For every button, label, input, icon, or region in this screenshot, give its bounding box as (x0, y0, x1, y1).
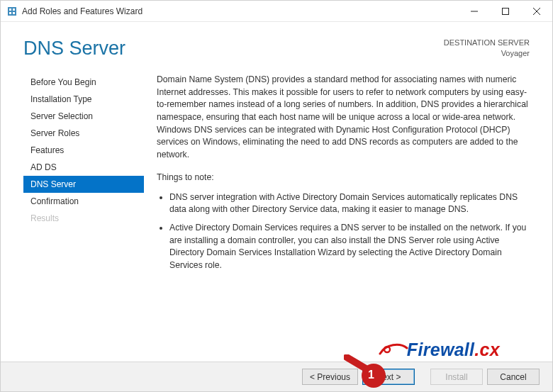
svg-rect-1 (9, 9, 11, 11)
svg-rect-0 (8, 7, 16, 16)
titlebar: Add Roles and Features Wizard (1, 1, 552, 22)
step-server-roles[interactable]: Server Roles (23, 125, 144, 142)
content-intro: Domain Name System (DNS) provides a stan… (157, 74, 530, 162)
minimize-button[interactable] (459, 1, 490, 22)
app-icon (6, 6, 18, 17)
wizard-steps-sidebar: Before You Begin Installation Type Serve… (23, 69, 144, 349)
content-bullet: DNS server integration with Active Direc… (169, 191, 530, 216)
wizard-body: Before You Begin Installation Type Serve… (1, 67, 552, 349)
content-note-heading: Things to note: (157, 172, 530, 184)
header: DNS Server DESTINATION SERVER Voyager (1, 22, 552, 67)
content-bullet: Active Directory Domain Services require… (169, 222, 530, 272)
wizard-content: Domain Name System (DNS) provides a stan… (144, 69, 530, 349)
close-button[interactable] (521, 1, 552, 22)
step-features[interactable]: Features (23, 142, 144, 159)
maximize-button[interactable] (490, 1, 521, 22)
svg-rect-4 (13, 12, 15, 14)
destination-server-block: DESTINATION SERVER Voyager (444, 38, 530, 60)
page-title: DNS Server (23, 38, 125, 60)
step-dns-server[interactable]: DNS Server (23, 176, 144, 193)
callout-number: 1 (368, 369, 374, 381)
svg-rect-6 (503, 8, 509, 14)
step-installation-type[interactable]: Installation Type (23, 91, 144, 108)
wizard-footer: < Previous Next > Install Cancel (1, 362, 552, 391)
svg-rect-3 (9, 12, 11, 14)
install-button: Install (430, 369, 483, 385)
step-before-you-begin[interactable]: Before You Begin (23, 74, 144, 91)
window-title: Add Roles and Features Wizard (22, 6, 459, 16)
svg-rect-2 (13, 9, 15, 11)
step-ad-ds[interactable]: AD DS (23, 159, 144, 176)
watermark-main: Firewall.cx (407, 340, 500, 360)
watermark-logo: Firewall.cx (379, 340, 500, 360)
cancel-button[interactable]: Cancel (487, 369, 540, 385)
step-server-selection[interactable]: Server Selection (23, 108, 144, 125)
destination-label: DESTINATION SERVER (444, 38, 530, 48)
callout-marker: 1 (344, 354, 392, 390)
step-results: Results (23, 210, 144, 227)
destination-value: Voyager (444, 48, 530, 59)
window-controls (459, 1, 552, 22)
content-bullets: DNS server integration with Active Direc… (157, 191, 530, 272)
step-confirmation[interactable]: Confirmation (23, 193, 144, 210)
